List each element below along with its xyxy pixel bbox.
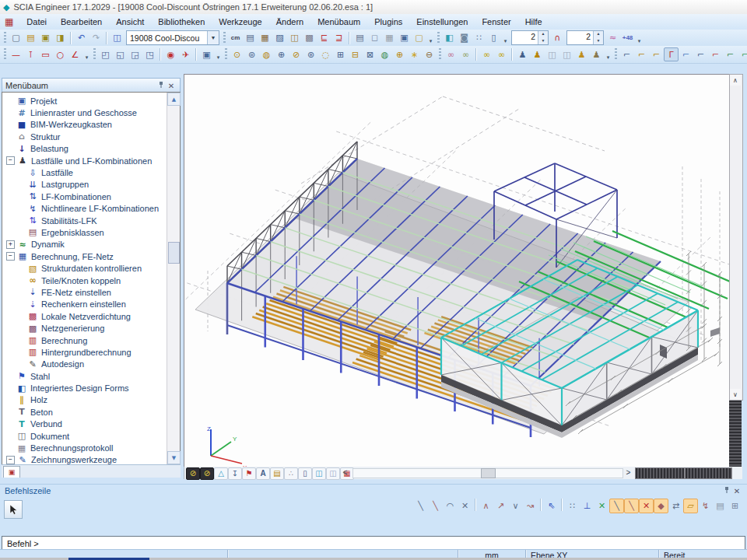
hinge-icon[interactable]: ∞ (444, 47, 458, 61)
tree-item-berechnung-fe-netz[interactable]: −▦Berechnung, FE-Netz (2, 250, 180, 262)
corner-frame-9-icon[interactable]: ⌐ (738, 47, 747, 61)
snap-delete-icon[interactable]: ✕ (458, 499, 472, 513)
pin-icon[interactable] (155, 81, 166, 90)
corner-frame-2-icon[interactable]: ⌐ (634, 47, 649, 61)
cursor-tool-button[interactable] (4, 500, 23, 519)
arbitrary-member-icon[interactable]: ◍ (377, 47, 392, 61)
pair-members-icon[interactable]: ⊖ (422, 47, 437, 61)
snap-table-icon[interactable]: ⊞ (728, 499, 742, 513)
angle-tool-icon[interactable]: ∠ (68, 47, 82, 61)
tree-item-linienraster[interactable]: #Linienraster und Geschosse (2, 107, 180, 118)
tree-item-dokument[interactable]: ◫Dokument (2, 430, 180, 442)
opening-icon[interactable]: ◌ (318, 47, 333, 61)
scroll-left-button[interactable]: < (340, 467, 350, 478)
tree-item-lastfaelle[interactable]: ⇩Lastfälle (2, 166, 180, 178)
tree-item-verbund[interactable]: TVerbund (2, 418, 180, 430)
collapse-icon[interactable]: − (6, 252, 15, 261)
tree-item-strukturdaten-kontrollieren[interactable]: ▧Strukturdaten kontrollieren (2, 262, 180, 274)
tree-item-struktur[interactable]: ⌂Struktur (2, 131, 180, 142)
tree-item-lastfaelle-und-lf-kombinationen[interactable]: −♟Lastfälle und LF-Kombinationen (2, 155, 180, 166)
snap-dim-icon[interactable]: ▤ (713, 499, 728, 513)
node-icon[interactable]: ⊙ (230, 47, 244, 61)
toolbar-overflow-button[interactable]: ▾ (82, 48, 91, 61)
tree-item-lokale-netzverdichtung[interactable]: ▩Lokale Netzverdichtung (2, 310, 180, 322)
gallery-icon[interactable]: ▣ (397, 31, 412, 45)
rib-icon[interactable]: ⊟ (348, 47, 363, 61)
toolbar-overflow-button[interactable]: ▾ (501, 32, 510, 44)
toolbar-overflow-button[interactable]: ▾ (426, 32, 435, 44)
tree-item-netzgenerierung[interactable]: ▩Netzgenerierung (2, 322, 180, 334)
redo-icon[interactable]: ↷ (89, 31, 103, 45)
scroll-right-button[interactable]: > (623, 467, 633, 478)
paste-special-icon[interactable]: ◱ (113, 47, 128, 61)
toolbar-drag-handle[interactable] (223, 32, 226, 44)
circle-tool-icon[interactable]: ○ (53, 47, 68, 61)
snap-endpoint-icon[interactable]: ╲ (609, 499, 624, 513)
tree-item-hintergrundberechnung[interactable]: ▥Hintergrundberechnung (2, 346, 180, 358)
toolbar-drag-handle[interactable] (225, 48, 227, 61)
tree-item-berechnungsprotokoll[interactable]: ▦Berechnungsprotokoll (2, 442, 180, 453)
tree-item-nichtlineare-lf-kombinationen[interactable]: ↯Nichtlineare LF-Kombinationen (2, 203, 180, 215)
spinner-down-icon[interactable]: ▼ (594, 38, 603, 45)
tree-item-lf-kombinationen[interactable]: ⇅LF-Kombinationen (2, 191, 180, 202)
zoom-document-icon[interactable]: ◙ (457, 31, 472, 45)
tree-item-stahl[interactable]: ⚑Stahl (2, 370, 180, 382)
scroll-down-icon[interactable]: ∨ (730, 389, 741, 400)
snap-tangent-icon[interactable]: ⇄ (668, 499, 683, 513)
wave-scale-icon[interactable]: ≈ (605, 31, 620, 45)
open-project-icon[interactable]: ▤ (23, 31, 38, 45)
tree-item-beton[interactable]: TBeton (2, 406, 180, 418)
corner-frame-5-icon[interactable]: ⌐ (679, 47, 693, 61)
spinner-value[interactable]: 2 (512, 31, 538, 44)
copy-ghost-icon[interactable]: ◫ (545, 47, 559, 61)
chevron-down-icon[interactable]: ▼ (207, 31, 219, 44)
numbers-display-icon[interactable]: +48 (620, 31, 635, 45)
docked-panel-bar-vertical[interactable] (729, 401, 742, 467)
tree-item-autodesign[interactable]: ✎Autodesign (2, 359, 180, 370)
line-tool-icon[interactable]: — (9, 47, 23, 61)
layers-icon[interactable]: ▤ (243, 31, 258, 45)
undo-icon[interactable]: ↶ (74, 31, 89, 45)
save-icon[interactable]: ▣ (38, 31, 53, 45)
scrollbar-thumb[interactable] (481, 468, 496, 478)
tree-item-dynamik[interactable]: +≈Dynamik (2, 239, 180, 250)
snap-curve-icon[interactable]: ↝ (523, 499, 538, 513)
print-icon[interactable]: ▤ (352, 31, 367, 45)
column-icon[interactable]: ⊕ (274, 47, 289, 61)
bolt-members-icon[interactable]: ♟ (589, 47, 604, 61)
collapse-icon[interactable]: − (6, 456, 15, 464)
snap-orthogonal-icon[interactable]: ◆ (654, 499, 668, 513)
menu-datei[interactable]: Datei (19, 16, 54, 28)
snap-poly-icon[interactable]: ∨ (508, 499, 523, 513)
toolbar-drag-handle[interactable] (439, 48, 441, 61)
show-labels-icon[interactable]: A (256, 467, 270, 480)
tree-item-holz[interactable]: ∥Holz (2, 394, 180, 406)
calculator-icon[interactable]: ▦ (258, 31, 272, 45)
tree-item-integriertes-design-forms[interactable]: ◧Integriertes Design Forms (2, 382, 180, 394)
toolbar-overflow-button[interactable]: ▾ (635, 32, 644, 44)
toolbar-drag-handle[interactable] (93, 48, 96, 61)
paint-parameters-icon[interactable]: ◧ (442, 31, 457, 45)
pin-icon[interactable] (721, 486, 731, 495)
corner-frame-3-icon[interactable]: ⌐ (649, 47, 664, 61)
snap-polygon-icon[interactable]: ▱ (683, 499, 698, 513)
wall-icon[interactable]: ⊛ (303, 47, 318, 61)
menu-plugins[interactable]: Plugins (367, 16, 409, 28)
menu-fenster[interactable]: Fenster (475, 16, 517, 28)
docked-panel-bar-1[interactable] (635, 467, 685, 479)
show-loads-icon[interactable]: ↧ (228, 467, 242, 480)
snap-axis-icon[interactable]: ⊥ (580, 499, 594, 513)
menu-bibliotheken[interactable]: Bibliotheken (151, 16, 212, 28)
snap-angle-icon[interactable]: ∧ (479, 499, 493, 513)
render-mode-icon[interactable]: △ (214, 467, 228, 480)
corner-frame-8-icon[interactable]: ⌐ (723, 47, 738, 61)
tree-item-stabilitaets-lfk[interactable]: ⇅Stabilitäts-LFK (2, 215, 180, 226)
window-icon[interactable]: ◫ (110, 31, 124, 45)
tree-item-rechenkern-einstellen[interactable]: ⇣Rechenkern einstellen (2, 299, 180, 310)
engineering-report-icon[interactable]: ▦ (382, 31, 397, 45)
scroll-up-icon[interactable]: ▲ (167, 93, 181, 106)
member-scale-spinner[interactable]: 2▲▼ (511, 30, 549, 45)
snap-arc-length-icon[interactable]: ↯ (698, 499, 713, 513)
support-icon[interactable]: ∞ (458, 47, 473, 61)
snap-midpoint-icon[interactable]: ╲ (624, 499, 639, 513)
